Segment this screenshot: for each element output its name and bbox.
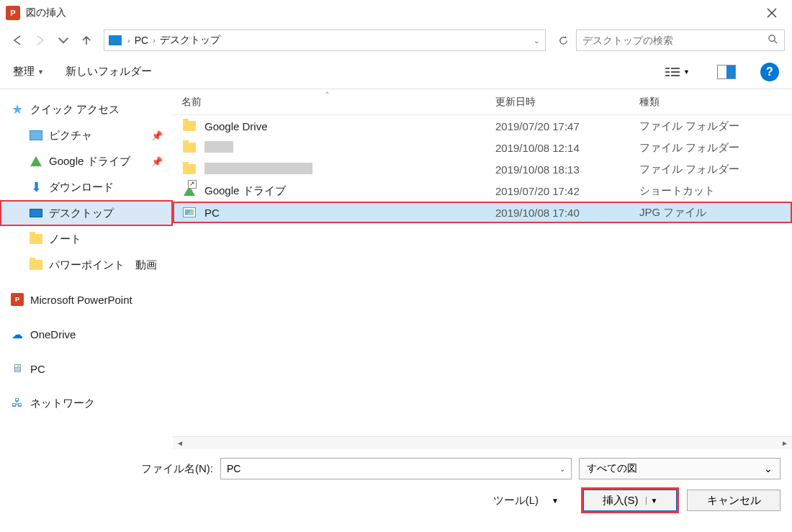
column-headers: 名前 更新日時 種類 — [173, 89, 792, 115]
new-folder-button[interactable]: 新しいフォルダー — [66, 65, 152, 78]
file-date: 2019/07/20 17:47 — [495, 120, 639, 132]
organize-menu[interactable]: 整理▼ — [13, 65, 44, 78]
filename-value: PC — [227, 463, 559, 474]
file-icon — [181, 120, 197, 132]
chevron-down-icon[interactable]: ⌄ — [559, 465, 565, 473]
sidebar-onedrive[interactable]: ☁OneDrive — [0, 321, 173, 347]
desktop-icon — [109, 35, 122, 45]
column-name[interactable]: 名前 — [179, 96, 495, 109]
svg-rect-7 — [671, 71, 680, 73]
close-icon — [767, 8, 777, 18]
column-type[interactable]: 種類 — [639, 96, 769, 109]
toolbar: 整理▼ 新しいフォルダー ▼ ? — [0, 55, 792, 89]
file-row[interactable]: 2019/10/08 12:14ファイル フォルダー — [173, 137, 792, 158]
svg-rect-9 — [671, 75, 680, 76]
file-row[interactable]: Google ドライブ2019/07/20 17:42ショートカット — [173, 180, 792, 202]
nav-bar: › PC › デスクトップ ⌄ — [0, 26, 792, 55]
title-bar: P 図の挿入 — [0, 0, 792, 26]
file-name — [204, 163, 312, 176]
pin-icon: 📌 — [151, 156, 163, 167]
file-name: Google ドライブ — [204, 184, 286, 198]
svg-rect-8 — [665, 75, 670, 76]
sidebar-downloads[interactable]: ⬇ダウンロード — [0, 174, 173, 200]
pictures-icon — [29, 130, 43, 141]
tools-menu[interactable]: ツール(L) — [493, 494, 539, 508]
svg-point-2 — [769, 35, 775, 41]
file-date: 2019/10/08 18:13 — [495, 163, 639, 176]
file-row[interactable]: Google Drive2019/07/20 17:47ファイル フォルダー — [173, 115, 792, 137]
search-box[interactable] — [576, 30, 785, 51]
breadcrumb[interactable]: › PC › デスクトップ ⌄ — [104, 30, 546, 51]
file-name — [204, 141, 233, 155]
star-icon: ★ — [10, 104, 24, 115]
file-list: ⌃ 名前 更新日時 種類 Google Drive2019/07/20 17:4… — [173, 89, 792, 449]
forward-button[interactable] — [30, 30, 50, 50]
close-button[interactable] — [757, 2, 786, 24]
gdrive-icon — [29, 155, 43, 167]
file-name: Google Drive — [204, 120, 268, 132]
file-type: JPG ファイル — [639, 206, 769, 220]
scroll-right-icon[interactable]: ► — [779, 438, 791, 449]
help-button[interactable]: ? — [760, 63, 779, 81]
svg-rect-6 — [665, 71, 670, 73]
file-name: PC — [204, 207, 220, 219]
up-button[interactable] — [76, 30, 96, 50]
horizontal-scrollbar[interactable]: ◄ ► — [173, 436, 792, 449]
file-filter-combo[interactable]: すべての図 ⌄ — [579, 458, 780, 479]
filename-label: ファイル名(N): — [12, 462, 213, 476]
sidebar-notes[interactable]: ノート — [0, 226, 173, 252]
file-icon — [181, 184, 197, 197]
file-row[interactable]: 2019/10/08 18:13ファイル フォルダー — [173, 158, 792, 180]
breadcrumb-item[interactable]: PC — [135, 35, 148, 46]
file-date: 2019/10/08 17:40 — [495, 207, 639, 219]
pc-icon: 🖥 — [10, 363, 24, 374]
svg-rect-4 — [665, 68, 670, 69]
sidebar-network[interactable]: 🖧ネットワーク — [0, 390, 173, 416]
refresh-icon — [558, 35, 569, 46]
search-icon[interactable] — [768, 34, 778, 47]
insert-button[interactable]: 挿入(S) ▼ — [583, 490, 677, 511]
file-type: ファイル フォルダー — [639, 120, 769, 133]
insert-split-dropdown[interactable]: ▼ — [646, 497, 658, 505]
sidebar-google-drive[interactable]: Google ドライブ📌 — [0, 148, 173, 174]
folder-icon — [29, 233, 43, 245]
filename-combo[interactable]: PC ⌄ — [220, 458, 572, 479]
dialog-footer: ファイル名(N): PC ⌄ すべての図 ⌄ ツール(L) ▼ 挿入(S) ▼ … — [0, 449, 792, 523]
sort-indicator-icon: ⌃ — [324, 91, 330, 99]
file-type: ファイル フォルダー — [639, 141, 769, 155]
pane-icon — [717, 65, 736, 79]
sidebar-quick-access[interactable]: ★クイック アクセス — [0, 96, 173, 122]
details-view-icon — [665, 66, 680, 78]
scroll-left-icon[interactable]: ◄ — [174, 438, 186, 449]
breadcrumb-dropdown[interactable]: ⌄ — [534, 37, 539, 45]
download-icon: ⬇ — [29, 181, 43, 193]
sidebar-pc[interactable]: 🖥PC — [0, 356, 173, 382]
file-date: 2019/07/20 17:42 — [495, 185, 639, 197]
sidebar-pictures[interactable]: ピクチャ📌 — [0, 122, 173, 148]
recent-dropdown[interactable] — [53, 30, 73, 50]
sidebar-ms-powerpoint[interactable]: PMicrosoft PowerPoint — [0, 287, 173, 312]
svg-line-3 — [774, 40, 777, 43]
view-mode-button[interactable]: ▼ — [662, 65, 693, 79]
sidebar-desktop[interactable]: デスクトップ — [0, 200, 173, 226]
preview-pane-button[interactable] — [714, 63, 739, 81]
breadcrumb-item[interactable]: デスクトップ — [160, 34, 220, 47]
refresh-button[interactable] — [553, 30, 573, 50]
chevron-right-icon: › — [127, 36, 130, 45]
file-row[interactable]: PC2019/10/08 17:40JPG ファイル — [173, 202, 792, 223]
sidebar-ppt-movie[interactable]: パワーポイント 動画 — [0, 252, 173, 278]
search-input[interactable] — [582, 35, 768, 46]
column-date[interactable]: 更新日時 — [495, 96, 639, 109]
forward-icon — [35, 35, 46, 46]
powerpoint-icon: P — [6, 6, 20, 20]
cancel-button[interactable]: キャンセル — [687, 490, 780, 511]
chevron-down-icon[interactable]: ⌄ — [764, 463, 773, 474]
chevron-down-icon[interactable]: ▼ — [552, 497, 559, 505]
back-icon — [12, 35, 23, 46]
onedrive-icon: ☁ — [10, 328, 24, 340]
desktop-icon — [29, 207, 43, 219]
filter-value: すべての図 — [587, 462, 764, 475]
sidebar: ★クイック アクセス ピクチャ📌 Google ドライブ📌 ⬇ダウンロード デス… — [0, 89, 173, 449]
window-title: 図の挿入 — [26, 6, 757, 19]
back-button[interactable] — [7, 30, 27, 50]
